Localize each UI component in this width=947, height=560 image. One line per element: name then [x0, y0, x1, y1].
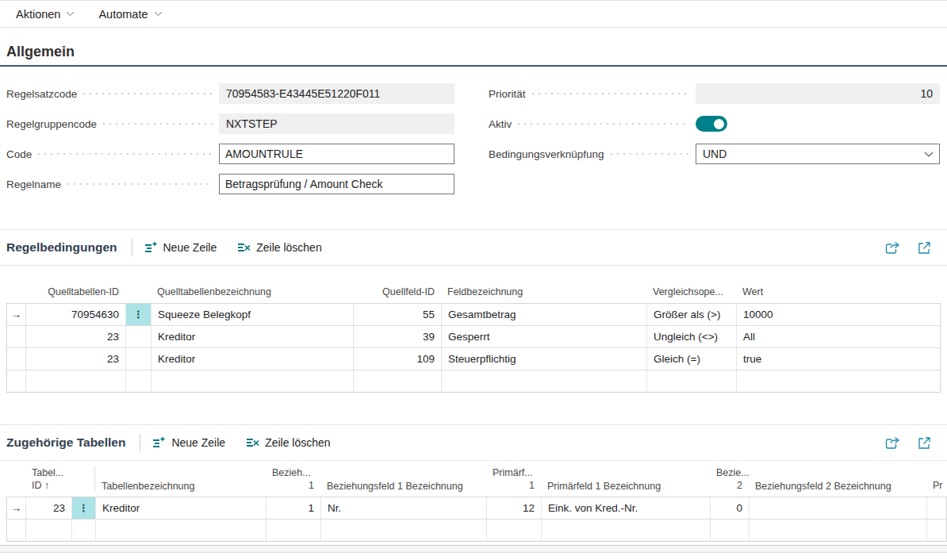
cell-primaerfeld-1[interactable]: 12	[487, 497, 542, 519]
code-input[interactable]	[219, 144, 454, 164]
chevron-down-icon	[154, 11, 163, 17]
table-row-empty	[7, 370, 940, 393]
col-beziehungsfeld-1[interactable]: Bezieh... 1	[266, 466, 320, 492]
col-beziehungsfeld-2-bezeichnung[interactable]: Beziehungsfeld 2 Bezeichnung	[749, 481, 926, 492]
col-quelltabellenbezeichnung[interactable]: Quelltabellenbezeichnung	[151, 286, 353, 297]
new-line-icon	[144, 241, 158, 254]
row-options-button[interactable]: ⋮	[126, 304, 151, 325]
regelname-input[interactable]	[219, 174, 454, 194]
menu-automate[interactable]: Automate	[98, 8, 162, 21]
field-regelname: Regelname	[6, 174, 454, 194]
section-title-zugehoerige-tabellen[interactable]: Zugehörige Tabellen	[6, 435, 125, 450]
col-tabellenbezeichnung[interactable]: Tabellenbezeichnung	[95, 481, 266, 492]
dotted-leader	[532, 93, 689, 94]
cell-beziehungsfeld-2-bezeichnung[interactable]	[750, 497, 927, 519]
table-row: 23 Kreditor 109 Steuerpflichtig Gleich (…	[7, 348, 940, 370]
aktiv-toggle[interactable]	[696, 116, 727, 132]
row-options-button[interactable]: ⋮	[72, 497, 96, 519]
toggle-knob	[714, 119, 724, 129]
menu-aktionen[interactable]: Aktionen	[16, 8, 75, 21]
new-line-button[interactable]: Neue Zeile	[144, 241, 217, 254]
delete-line-button[interactable]: Zeile löschen	[246, 436, 331, 449]
col-vergleichsoperator[interactable]: Vergleichsope...	[646, 286, 736, 297]
general-fields: Regelsatzcode 70954583-E43445E51220F011 …	[0, 67, 947, 204]
regelsatzcode-value: 70954583-E43445E51220F011	[219, 83, 454, 104]
cell-wert[interactable]: All	[737, 326, 940, 347]
open-in-new-window-button[interactable]	[918, 436, 931, 450]
new-line-button[interactable]: Neue Zeile	[152, 436, 225, 449]
action-menubar: Aktionen Automate	[0, 0, 947, 28]
field-label: Regelgruppencode	[6, 118, 103, 130]
share-button[interactable]	[885, 241, 900, 255]
section-divider	[0, 460, 947, 461]
cell-primaerfeld-1-bezeichnung[interactable]: Eink. von Kred.-Nr.	[542, 497, 711, 519]
table-row-empty	[7, 520, 946, 542]
section-divider	[0, 265, 947, 266]
regelgruppencode-value: NXTSTEP	[219, 113, 454, 134]
field-label: Code	[6, 148, 38, 160]
open-in-new-window-icon	[918, 436, 931, 450]
row-options-button[interactable]	[126, 348, 151, 370]
bedingungsverknuepfung-select[interactable]: UND	[696, 144, 940, 164]
selected-value: UND	[703, 148, 727, 160]
col-tabellen-id[interactable]: Tabel... ID ↑	[25, 466, 71, 492]
regelbedingungen-header: Regelbedingungen Neue Zeile Zeile lösche…	[0, 230, 947, 265]
cell-feldbezeichnung[interactable]: Steuerpflichtig	[442, 348, 647, 370]
cell-quelltabellen-id[interactable]: 23	[26, 326, 126, 347]
cell-quelltabellenbezeichnung[interactable]: Squeeze Belegkopf	[151, 304, 354, 325]
col-beziehungsfeld-2[interactable]: Bezie... 2	[710, 466, 749, 492]
new-line-icon	[152, 436, 166, 449]
col-wert[interactable]: Wert	[736, 286, 939, 297]
cell-feldbezeichnung[interactable]: Gesperrt	[442, 326, 647, 347]
field-aktiv: Aktiv	[489, 113, 940, 134]
col-beziehungsfeld-1-bezeichnung[interactable]: Beziehungsfeld 1 Bezeichnung	[320, 481, 486, 492]
col-quellfeld-id[interactable]: Quellfeld-ID	[353, 286, 441, 297]
field-prioritaet: Priorität 10	[489, 83, 940, 104]
col-clipped[interactable]: Pr	[926, 479, 945, 492]
col-feldbezeichnung[interactable]: Feldbezeichnung	[441, 286, 646, 297]
table-header-row: Quelltabellen-ID Quelltabellenbezeichnun…	[6, 286, 941, 303]
cell-quelltabellenbezeichnung[interactable]: Kreditor	[151, 348, 354, 370]
cell-tabellenbezeichnung[interactable]: Kreditor	[96, 497, 266, 519]
chevron-down-icon	[66, 11, 75, 17]
cell-quellfeld-id[interactable]: 39	[354, 326, 442, 347]
cell-beziehungsfeld-2[interactable]: 0	[711, 497, 750, 519]
cell-vergleichsoperator[interactable]: Ungleich (<>)	[647, 326, 737, 347]
cell-wert[interactable]: 10000	[737, 304, 940, 325]
table-row: → 70954630 ⋮ Squeeze Belegkopf 55 Gesamt…	[7, 304, 940, 326]
cell-feldbezeichnung[interactable]: Gesamtbetrag	[442, 304, 647, 325]
cell-quellfeld-id[interactable]: 55	[354, 304, 442, 325]
cell-wert[interactable]: true	[737, 348, 940, 370]
cell-quelltabellen-id[interactable]: 70954630	[26, 304, 126, 325]
cell-vergleichsoperator[interactable]: Gleich (=)	[647, 348, 737, 370]
table-header-row: Tabel... ID ↑ Tabellenbezeichnung Bezieh…	[6, 466, 947, 497]
cell-beziehungsfeld-1[interactable]: 1	[266, 497, 321, 519]
chevron-down-icon	[924, 152, 933, 157]
open-in-new-window-button[interactable]	[918, 241, 931, 255]
col-quelltabellen-id[interactable]: Quelltabellen-ID	[25, 286, 125, 297]
dotted-leader	[611, 153, 689, 155]
horizontal-scrollbar-track[interactable]	[0, 545, 947, 553]
share-button[interactable]	[885, 436, 900, 450]
vertical-divider	[140, 434, 140, 451]
section-title-allgemein[interactable]: Allgemein	[0, 44, 947, 67]
row-options-button[interactable]	[126, 326, 151, 347]
open-in-new-window-icon	[918, 241, 931, 255]
cell-quelltabellen-id[interactable]: 23	[26, 348, 126, 370]
col-primaerfeld-1-bezeichnung[interactable]: Primärfeld 1 Bezeichnung	[541, 481, 710, 492]
field-label: Bedingungsverknüpfung	[489, 148, 611, 160]
cell-quellfeld-id[interactable]: 109	[354, 348, 442, 370]
cell-tabellen-id[interactable]: 23	[26, 497, 72, 519]
cell-vergleichsoperator[interactable]: Größer als (>)	[647, 304, 737, 325]
table-row: → 23 ⋮ Kreditor 1 Nr. 12 Eink. von Kred.…	[7, 497, 946, 520]
field-label: Regelsatzcode	[6, 88, 83, 100]
section-title-regelbedingungen[interactable]: Regelbedingungen	[6, 240, 117, 255]
delete-line-icon	[237, 241, 251, 254]
delete-line-button[interactable]: Zeile löschen	[237, 241, 322, 254]
active-row-indicator: →	[7, 304, 26, 325]
cell-quelltabellenbezeichnung[interactable]: Kreditor	[151, 326, 354, 347]
delete-line-icon	[246, 436, 259, 449]
col-primaerfeld-1[interactable]: Primärf... 1	[486, 466, 541, 492]
cell-beziehungsfeld-1-bezeichnung[interactable]: Nr.	[321, 497, 487, 519]
dotted-leader	[83, 93, 213, 94]
